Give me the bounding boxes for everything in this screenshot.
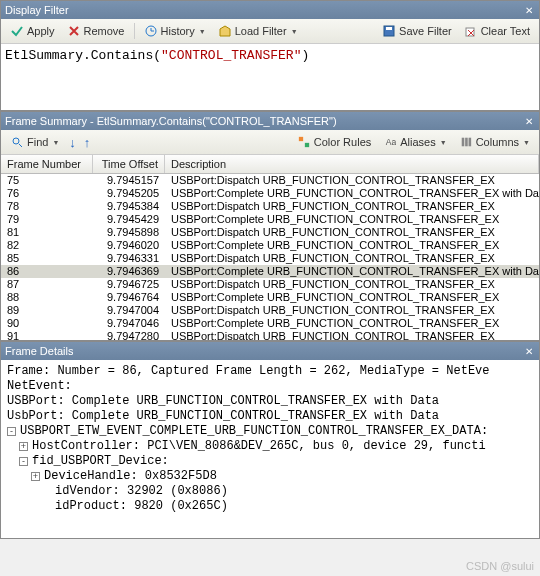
- display-filter-header: Display Filter ✕: [1, 1, 539, 19]
- cell-frame-number: 78: [1, 200, 93, 213]
- table-row[interactable]: 869.7946369USBPort:Complete URB_FUNCTION…: [1, 265, 539, 278]
- col-description[interactable]: Description: [165, 155, 539, 173]
- table-row[interactable]: 829.7946020USBPort:Complete URB_FUNCTION…: [1, 239, 539, 252]
- display-filter-toolbar: Apply Remove History ▼ Load Filter ▼ Sav…: [1, 19, 539, 44]
- grid-header: Frame Number Time Offset Description: [1, 155, 539, 174]
- save-filter-button[interactable]: Save Filter: [377, 21, 457, 41]
- watermark: CSDN @sului: [466, 560, 534, 572]
- cell-frame-number: 75: [1, 174, 93, 187]
- close-icon[interactable]: ✕: [523, 116, 535, 127]
- cell-time-offset: 9.7946331: [93, 252, 165, 265]
- find-up-button[interactable]: ↑: [81, 135, 94, 150]
- cell-frame-number: 91: [1, 330, 93, 340]
- table-row[interactable]: 799.7945429USBPort:Complete URB_FUNCTION…: [1, 213, 539, 226]
- tree-usbport2[interactable]: UsbPort: Complete URB_FUNCTION_CONTROL_T…: [7, 409, 533, 424]
- cell-time-offset: 9.7945429: [93, 213, 165, 226]
- cell-time-offset: 9.7946764: [93, 291, 165, 304]
- columns-icon: [459, 135, 473, 149]
- collapse-icon[interactable]: -: [19, 457, 28, 466]
- tree-frame[interactable]: Frame: Number = 86, Captured Frame Lengt…: [7, 364, 533, 379]
- col-frame-number[interactable]: Frame Number: [1, 155, 93, 173]
- cell-time-offset: 9.7945898: [93, 226, 165, 239]
- color-rules-button[interactable]: Color Rules: [292, 132, 376, 152]
- filter-expression-input[interactable]: EtlSummary.Contains("CONTROL_TRANSFER"): [1, 44, 539, 110]
- chevron-down-icon: ▼: [291, 28, 298, 35]
- tree-idvendor[interactable]: idVendor: 32902 (0x8086): [7, 484, 533, 499]
- collapse-icon[interactable]: -: [7, 427, 16, 436]
- table-row[interactable]: 769.7945205USBPort:Complete URB_FUNCTION…: [1, 187, 539, 200]
- svg-rect-9: [465, 138, 468, 147]
- frame-summary-toolbar: Find ▼ ↓ ↑ Color Rules Aa Aliases ▼ Colu…: [1, 130, 539, 155]
- table-row[interactable]: 859.7946331USBPort:Dispatch URB_FUNCTION…: [1, 252, 539, 265]
- frame-details-panel: Frame Details ✕ Frame: Number = 86, Capt…: [0, 341, 540, 539]
- cell-time-offset: 9.7947046: [93, 317, 165, 330]
- table-row[interactable]: 889.7946764USBPort:Complete URB_FUNCTION…: [1, 291, 539, 304]
- cell-frame-number: 87: [1, 278, 93, 291]
- cell-time-offset: 9.7947004: [93, 304, 165, 317]
- cell-time-offset: 9.7945157: [93, 174, 165, 187]
- cell-frame-number: 76: [1, 187, 93, 200]
- svg-rect-10: [468, 138, 471, 147]
- cell-frame-number: 79: [1, 213, 93, 226]
- remove-icon: [67, 24, 81, 38]
- load-filter-button[interactable]: Load Filter ▼: [213, 21, 303, 41]
- table-row[interactable]: 909.7947046USBPort:Complete URB_FUNCTION…: [1, 317, 539, 330]
- table-row[interactable]: 899.7947004USBPort:Dispatch URB_FUNCTION…: [1, 304, 539, 317]
- columns-button[interactable]: Columns ▼: [454, 132, 535, 152]
- table-row[interactable]: 759.7945157USBPort:Dispatch URB_FUNCTION…: [1, 174, 539, 187]
- frame-grid[interactable]: 759.7945157USBPort:Dispatch URB_FUNCTION…: [1, 174, 539, 340]
- find-down-button[interactable]: ↓: [66, 135, 79, 150]
- cell-description: USBPort:Complete URB_FUNCTION_CONTROL_TR…: [165, 317, 539, 330]
- table-row[interactable]: 819.7945898USBPort:Dispatch URB_FUNCTION…: [1, 226, 539, 239]
- chevron-down-icon: ▼: [523, 139, 530, 146]
- svg-rect-2: [386, 27, 392, 30]
- aliases-button[interactable]: Aa Aliases ▼: [378, 132, 451, 152]
- find-icon: [10, 135, 24, 149]
- expand-icon[interactable]: +: [31, 472, 40, 481]
- cell-description: USBPort:Dispatch URB_FUNCTION_CONTROL_TR…: [165, 252, 539, 265]
- cell-time-offset: 9.7945384: [93, 200, 165, 213]
- cell-frame-number: 85: [1, 252, 93, 265]
- table-row[interactable]: 789.7945384USBPort:Dispatch URB_FUNCTION…: [1, 200, 539, 213]
- table-row[interactable]: 879.7946725USBPort:Dispatch URB_FUNCTION…: [1, 278, 539, 291]
- table-row[interactable]: 919.7947280USBPort:Dispatch URB_FUNCTION…: [1, 330, 539, 340]
- tree-usbport1[interactable]: USBPort: Complete URB_FUNCTION_CONTROL_T…: [7, 394, 533, 409]
- frame-summary-panel: Frame Summary - EtlSummary.Contains("CON…: [0, 111, 540, 341]
- chevron-down-icon: ▼: [199, 28, 206, 35]
- history-button[interactable]: History ▼: [139, 21, 211, 41]
- tree-devicehandle[interactable]: +DeviceHandle: 0x8532F5D8: [7, 469, 533, 484]
- cell-description: USBPort:Complete URB_FUNCTION_CONTROL_TR…: [165, 265, 539, 278]
- tree-idproduct[interactable]: idProduct: 9820 (0x265C): [7, 499, 533, 514]
- tree-etw[interactable]: -USBPORT_ETW_EVENT_COMPLETE_URB_FUNCTION…: [7, 424, 533, 439]
- tree-hostcontroller[interactable]: +HostController: PCI\VEN_8086&DEV_265C, …: [7, 439, 533, 454]
- display-filter-panel: Display Filter ✕ Apply Remove History ▼ …: [0, 0, 540, 111]
- frame-details-header: Frame Details ✕: [1, 342, 539, 360]
- tree-netevent[interactable]: NetEvent:: [7, 379, 533, 394]
- svg-rect-6: [305, 143, 309, 147]
- clear-text-button[interactable]: Clear Text: [459, 21, 535, 41]
- tree-fid-device[interactable]: -fid_USBPORT_Device:: [7, 454, 533, 469]
- color-rules-icon: [297, 135, 311, 149]
- chevron-down-icon: ▼: [52, 139, 59, 146]
- history-icon: [144, 24, 158, 38]
- close-icon[interactable]: ✕: [523, 5, 535, 16]
- apply-icon: [10, 24, 24, 38]
- close-icon[interactable]: ✕: [523, 346, 535, 357]
- apply-button[interactable]: Apply: [5, 21, 60, 41]
- find-button[interactable]: Find ▼: [5, 132, 64, 152]
- chevron-down-icon: ▼: [440, 139, 447, 146]
- cell-description: USBPort:Dispatch URB_FUNCTION_CONTROL_TR…: [165, 174, 539, 187]
- load-icon: [218, 24, 232, 38]
- cell-frame-number: 89: [1, 304, 93, 317]
- cell-description: USBPort:Dispatch URB_FUNCTION_CONTROL_TR…: [165, 226, 539, 239]
- remove-button[interactable]: Remove: [62, 21, 130, 41]
- aliases-icon: Aa: [383, 135, 397, 149]
- frame-details-tree[interactable]: Frame: Number = 86, Captured Frame Lengt…: [1, 360, 539, 538]
- cell-time-offset: 9.7946369: [93, 265, 165, 278]
- col-time-offset[interactable]: Time Offset: [93, 155, 165, 173]
- cell-time-offset: 9.7945205: [93, 187, 165, 200]
- clear-icon: [464, 24, 478, 38]
- cell-frame-number: 86: [1, 265, 93, 278]
- expand-icon[interactable]: +: [19, 442, 28, 451]
- frame-details-title: Frame Details: [5, 345, 73, 357]
